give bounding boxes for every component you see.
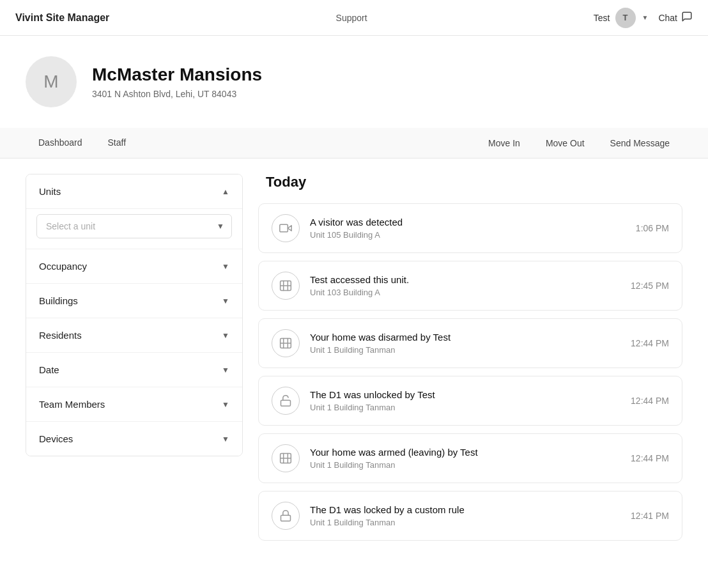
event-title: The D1 was locked by a custom rule	[310, 504, 620, 515]
filter-item-date: Date ▼	[26, 353, 242, 387]
chevron-down-icon: ▼	[222, 331, 229, 340]
event-body: The D1 was locked by a custom rule Unit …	[310, 504, 620, 527]
support-link[interactable]: Support	[336, 13, 367, 23]
avatar: T	[615, 8, 636, 28]
lock-icon	[272, 387, 300, 415]
chat-label: Chat	[658, 13, 677, 23]
today-label: Today	[258, 174, 682, 190]
header-right: Test T ▼ Chat	[594, 8, 693, 28]
nav-send-message[interactable]: Send Message	[597, 128, 682, 159]
property-name: McMaster Mansions	[92, 65, 262, 85]
nav-move-out[interactable]: Move Out	[533, 128, 597, 159]
user-name-label: Test	[594, 13, 610, 23]
filter-devices-header[interactable]: Devices ▼	[26, 422, 242, 456]
panel-icon	[272, 329, 300, 357]
filter-units-label: Units	[39, 186, 61, 197]
event-title: Your home was armed (leaving) by Test	[310, 447, 620, 458]
chevron-down-icon: ▼	[222, 262, 229, 271]
filter-date-label: Date	[39, 364, 59, 375]
filter-buildings-header[interactable]: Buildings ▼	[26, 284, 242, 318]
chevron-down-icon: ▼	[642, 14, 649, 21]
event-time: 12:44 PM	[631, 396, 669, 406]
chat-button[interactable]: Chat	[658, 11, 693, 25]
event-card: Your home was armed (leaving) by Test Un…	[258, 433, 682, 483]
filter-item-team-members: Team Members ▼	[26, 387, 242, 422]
filter-residents-header[interactable]: Residents ▼	[26, 318, 242, 352]
svg-marker-0	[288, 226, 291, 231]
sidebar: Units ▲ Select a unit ▼ Occupancy ▼	[26, 174, 243, 573]
event-subtitle: Unit 1 Building Tanman	[310, 345, 620, 355]
property-info: McMaster Mansions 3401 N Ashton Blvd, Le…	[92, 65, 262, 99]
header-left: Vivint Site Manager	[15, 12, 109, 24]
filter-item-occupancy: Occupancy ▼	[26, 249, 242, 284]
event-card: Your home was disarmed by Test Unit 1 Bu…	[258, 318, 682, 368]
unit-select-wrapper: Select a unit ▼	[36, 214, 232, 238]
unit-select[interactable]: Select a unit	[36, 214, 232, 238]
event-body: A visitor was detected Unit 105 Building…	[310, 217, 626, 240]
property-avatar: M	[26, 56, 77, 107]
filter-team-label: Team Members	[39, 399, 105, 410]
event-subtitle: Unit 103 Building A	[310, 288, 620, 297]
chevron-up-icon: ▲	[222, 187, 229, 196]
event-card: A visitor was detected Unit 105 Building…	[258, 203, 682, 253]
user-menu[interactable]: Test T ▼	[594, 8, 649, 28]
camera-icon	[272, 214, 300, 242]
event-time: 12:41 PM	[631, 511, 669, 521]
chevron-down-icon: ▼	[222, 400, 229, 409]
event-card: The D1 was locked by a custom rule Unit …	[258, 491, 682, 541]
event-card: Test accessed this unit. Unit 103 Buildi…	[258, 261, 682, 311]
filter-item-buildings: Buildings ▼	[26, 284, 242, 318]
chat-icon	[681, 11, 693, 25]
filter-units-header[interactable]: Units ▲	[26, 174, 242, 208]
filter-buildings-label: Buildings	[39, 295, 78, 306]
nav-left: Dashboard Staff	[26, 128, 139, 159]
event-subtitle: Unit 105 Building A	[310, 230, 626, 240]
filter-item-devices: Devices ▼	[26, 422, 242, 456]
svg-rect-1	[280, 224, 288, 232]
events-feed: Today A visitor was detected Unit 105 Bu…	[258, 174, 682, 573]
filter-occupancy-header[interactable]: Occupancy ▼	[26, 249, 242, 283]
event-body: Your home was armed (leaving) by Test Un…	[310, 447, 620, 470]
event-title: Your home was disarmed by Test	[310, 332, 620, 343]
event-body: Your home was disarmed by Test Unit 1 Bu…	[310, 332, 620, 355]
panel-icon	[272, 272, 300, 300]
panel-icon	[272, 444, 300, 472]
filter-item-units: Units ▲ Select a unit ▼	[26, 174, 242, 249]
nav-bar: Dashboard Staff Move In Move Out Send Me…	[0, 128, 708, 159]
event-time: 1:06 PM	[636, 223, 669, 233]
event-subtitle: Unit 1 Building Tanman	[310, 518, 620, 527]
chevron-down-icon: ▼	[222, 366, 229, 375]
main-content: Units ▲ Select a unit ▼ Occupancy ▼	[0, 159, 708, 588]
nav-staff[interactable]: Staff	[95, 128, 139, 159]
event-title: Test accessed this unit.	[310, 274, 620, 285]
event-body: The D1 was unlocked by Test Unit 1 Build…	[310, 389, 620, 412]
svg-rect-10	[281, 400, 291, 406]
lock-icon	[272, 502, 300, 530]
filter-residents-label: Residents	[39, 330, 82, 341]
app-logo: Vivint Site Manager	[15, 12, 109, 24]
event-title: The D1 was unlocked by Test	[310, 389, 620, 400]
filter-devices-label: Devices	[39, 433, 73, 444]
property-header: M McMaster Mansions 3401 N Ashton Blvd, …	[0, 36, 708, 128]
chevron-down-icon: ▼	[222, 297, 229, 306]
filter-units-body: Select a unit ▼	[26, 208, 242, 249]
filter-occupancy-label: Occupancy	[39, 261, 87, 272]
event-body: Test accessed this unit. Unit 103 Buildi…	[310, 274, 620, 297]
nav-dashboard[interactable]: Dashboard	[26, 128, 95, 159]
header-center: Support	[336, 13, 367, 23]
header: Vivint Site Manager Support Test T ▼ Cha…	[0, 0, 708, 36]
event-time: 12:45 PM	[631, 281, 669, 291]
filter-team-header[interactable]: Team Members ▼	[26, 387, 242, 421]
event-card: The D1 was unlocked by Test Unit 1 Build…	[258, 376, 682, 426]
chevron-down-icon: ▼	[222, 435, 229, 444]
event-subtitle: Unit 1 Building Tanman	[310, 460, 620, 470]
event-subtitle: Unit 1 Building Tanman	[310, 403, 620, 412]
nav-right: Move In Move Out Send Message	[475, 128, 682, 159]
event-title: A visitor was detected	[310, 217, 626, 228]
filter-section: Units ▲ Select a unit ▼ Occupancy ▼	[26, 174, 243, 456]
filter-item-residents: Residents ▼	[26, 318, 242, 353]
svg-rect-15	[281, 515, 291, 521]
filter-date-header[interactable]: Date ▼	[26, 353, 242, 387]
property-address: 3401 N Ashton Blvd, Lehi, UT 84043	[92, 89, 262, 99]
nav-move-in[interactable]: Move In	[475, 128, 533, 159]
